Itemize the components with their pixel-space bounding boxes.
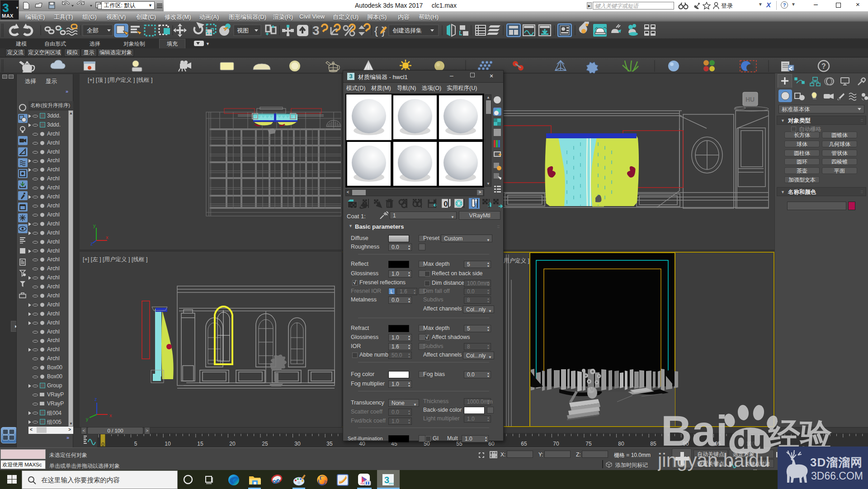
svg-text:60: 60 <box>488 441 495 447</box>
svg-text:视图: 视图 <box>237 27 249 34</box>
svg-text:30: 30 <box>294 441 301 447</box>
svg-text:75: 75 <box>585 441 592 447</box>
svg-text:10: 10 <box>165 441 171 447</box>
svg-text:x: x <box>106 235 108 240</box>
svg-text:z: z <box>90 241 93 246</box>
svg-text:40: 40 <box>359 441 365 447</box>
svg-text:MAX: MAX <box>389 482 394 485</box>
svg-text:85: 85 <box>650 441 656 447</box>
svg-text:5: 5 <box>134 441 137 447</box>
svg-text:70: 70 <box>553 441 559 447</box>
svg-text:{: { <box>374 24 378 37</box>
svg-text:z: z <box>94 396 97 402</box>
svg-text:全部: 全部 <box>87 27 99 34</box>
svg-text:80: 80 <box>618 441 624 447</box>
svg-text:90: 90 <box>683 441 689 447</box>
svg-text:15: 15 <box>197 441 203 447</box>
svg-text:25: 25 <box>262 441 268 447</box>
svg-text:YD: YD <box>360 482 364 485</box>
svg-text:65: 65 <box>521 441 527 447</box>
svg-text:35: 35 <box>326 441 333 447</box>
svg-text:y: y <box>93 223 96 228</box>
svg-text:HU: HU <box>745 96 755 103</box>
svg-text:创建选择集: 创建选择集 <box>392 27 422 34</box>
svg-text:?: ? <box>821 62 826 70</box>
svg-text:3: 3 <box>312 24 320 38</box>
svg-text:100: 100 <box>746 441 755 447</box>
svg-text:0: 0 <box>443 199 448 208</box>
svg-text:20: 20 <box>229 441 236 447</box>
svg-text:y: y <box>86 416 89 422</box>
svg-text:95: 95 <box>715 441 721 447</box>
svg-text:x: x <box>109 413 112 418</box>
